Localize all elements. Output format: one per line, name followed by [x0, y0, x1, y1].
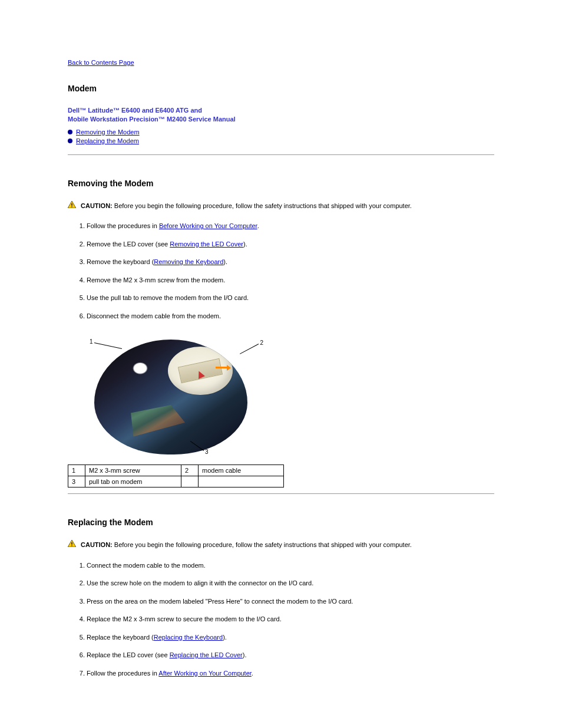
- caution-block: CAUTION: Before you begin the following …: [68, 201, 494, 211]
- caution-label: CAUTION:: [81, 541, 113, 548]
- link-replacing-keyboard[interactable]: Replacing the Keyboard: [154, 634, 223, 641]
- modem-figure: 1 2 3: [85, 334, 262, 457]
- part-1-label: M2 x 3-mm screw: [85, 465, 181, 476]
- caution-block-2: CAUTION: Before you begin the following …: [68, 540, 494, 550]
- warning-icon: [68, 540, 76, 547]
- rstep-3: Press on the area on the modem labeled "…: [87, 597, 494, 607]
- back-to-contents-link[interactable]: Back to Contents Page: [68, 59, 134, 66]
- divider: [68, 154, 494, 155]
- link-removing-keyboard[interactable]: Removing the Keyboard: [154, 258, 223, 265]
- rstep-4: Replace the M2 x 3-mm screw to secure th…: [87, 614, 494, 624]
- part-2-num: 2: [181, 465, 199, 476]
- step-2: Remove the LED cover (see Removing the L…: [87, 239, 494, 249]
- rstep-5: Replace the keyboard (Replacing the Keyb…: [87, 633, 494, 643]
- table-of-contents: Removing the Modem Replacing the Modem: [68, 128, 494, 146]
- page-title: Modem: [68, 84, 494, 93]
- step-1: Follow the procedures in Before Working …: [87, 221, 494, 231]
- warning-icon: [68, 201, 76, 208]
- part-3-num: 3: [68, 476, 85, 487]
- divider: [68, 493, 494, 494]
- subtitle-line-2: Mobile Workstation Precision™ M2400 Serv…: [68, 116, 236, 123]
- rstep-6: Replace the LED cover (see Replacing the…: [87, 650, 494, 660]
- link-after-working[interactable]: After Working on Your Computer: [158, 670, 252, 677]
- removing-heading: Removing the Modem: [68, 179, 494, 188]
- svg-rect-4: [71, 542, 72, 545]
- step-4: Remove the M2 x 3-mm screw from the mode…: [87, 275, 494, 285]
- step-5: Use the pull tab to remove the modem fro…: [87, 293, 494, 303]
- removing-steps: Follow the procedures in Before Working …: [68, 221, 494, 321]
- replacing-steps: Connect the modem cable to the modem. Us…: [68, 561, 494, 678]
- caution-label: CAUTION:: [81, 202, 113, 209]
- doc-subtitle: Dell™ Latitude™ E6400 and E6400 ATG and …: [68, 106, 494, 124]
- parts-table: 1 M2 x 3-mm screw 2 modem cable 3 pull t…: [68, 465, 284, 487]
- step-3: Remove the keyboard (Removing the Keyboa…: [87, 257, 494, 267]
- part-3-label: pull tab on modem: [85, 476, 181, 487]
- callout-2: 2: [260, 340, 263, 346]
- subtitle-line-1: Dell™ Latitude™ E6400 and E6400 ATG and: [68, 107, 202, 114]
- step-6: Disconnect the modem cable from the mode…: [87, 311, 494, 321]
- caution-text: Before you begin the following procedure…: [113, 202, 412, 209]
- figure-image: [94, 340, 247, 454]
- rstep-1: Connect the modem cable to the modem.: [87, 561, 494, 571]
- link-replacing-led-cover[interactable]: Replacing the LED Cover: [170, 651, 243, 658]
- caution-text: Before you begin the following procedure…: [113, 541, 412, 548]
- toc-replacing-modem-link[interactable]: Replacing the Modem: [76, 137, 139, 144]
- rstep-7: Follow the procedures in After Working o…: [87, 668, 494, 678]
- svg-rect-5: [71, 545, 72, 546]
- callout-3: 3: [205, 449, 209, 455]
- svg-rect-1: [71, 203, 72, 206]
- link-before-working[interactable]: Before Working on Your Computer: [159, 222, 257, 229]
- part-2-label: modem cable: [199, 465, 284, 476]
- replacing-heading: Replacing the Modem: [68, 518, 494, 527]
- callout-1: 1: [90, 338, 93, 345]
- part-1-num: 1: [68, 465, 85, 476]
- link-removing-led-cover[interactable]: Removing the LED Cover: [170, 241, 243, 248]
- svg-rect-2: [71, 206, 72, 207]
- rstep-2: Use the screw hole on the modem to align…: [87, 578, 494, 588]
- toc-removing-modem-link[interactable]: Removing the Modem: [76, 129, 140, 136]
